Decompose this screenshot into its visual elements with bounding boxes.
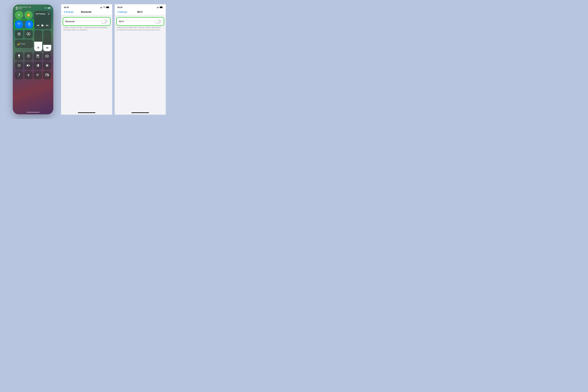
dark-mode-tile[interactable]	[34, 62, 42, 70]
bluetooth-toggle[interactable]	[101, 20, 108, 24]
wifi-home-bar	[132, 112, 149, 113]
bluetooth-screen-time: 10:15	[64, 6, 69, 8]
bluetooth-button[interactable]	[25, 20, 33, 28]
bluetooth-back-button[interactable]: Settings	[64, 11, 74, 13]
svg-rect-43	[106, 7, 109, 8]
timer-tile[interactable]	[24, 52, 33, 60]
sound-recognition-tile[interactable]	[34, 71, 42, 79]
volume-slider[interactable]	[43, 30, 51, 51]
focus-tile[interactable]: 🌙 Focus	[15, 40, 33, 48]
svg-rect-46	[158, 7, 158, 8]
bluetooth-icon	[28, 22, 30, 27]
wifi-back-chevron-icon	[117, 11, 119, 13]
cc-connectivity-group: ✈ 📶	[15, 11, 33, 29]
vpn-badge: VPN	[28, 6, 31, 8]
hearing-tile[interactable]	[15, 71, 23, 79]
focus-label: Focus	[21, 43, 25, 45]
shazam-tile[interactable]: S	[24, 71, 33, 79]
focus-icon: 🌙	[17, 42, 20, 45]
screens-container: vodafone UK 4G VPN O2-UK 91%	[0, 0, 178, 119]
camera-tile[interactable]	[43, 52, 51, 60]
cc-status-bar: vodafone UK 4G VPN O2-UK 91%	[15, 6, 51, 10]
svg-point-22	[37, 57, 37, 57]
battery-icon	[48, 7, 51, 9]
cc-top-buttons: ✈ 📶	[15, 11, 33, 19]
svg-rect-47	[158, 6, 159, 8]
flashlight-icon	[18, 54, 20, 58]
wifi-status-bar: 10:15	[115, 4, 166, 10]
battery-status-icon	[27, 64, 30, 67]
wifi-settings-screen: 10:15 Setting	[115, 4, 166, 114]
cc-status-left: vodafone UK 4G VPN O2-UK	[16, 6, 31, 10]
now-playing-header: Not Playing	[36, 12, 50, 15]
svg-rect-37	[48, 75, 48, 76]
svg-rect-2	[27, 33, 28, 35]
svg-rect-29	[27, 65, 28, 66]
svg-rect-39	[101, 7, 101, 8]
bluetooth-home-bar	[78, 112, 96, 113]
airplay-icon[interactable]	[47, 12, 50, 15]
svg-rect-41	[102, 6, 102, 8]
svg-rect-3	[28, 33, 30, 35]
svg-rect-40	[102, 7, 102, 8]
screen-record-tile[interactable]	[43, 62, 51, 70]
bluetooth-status-icons	[100, 6, 110, 8]
wifi-calling-button[interactable]: 📶	[24, 11, 33, 19]
wifi-toggle[interactable]	[155, 20, 162, 24]
alarm-tile[interactable]	[15, 62, 23, 70]
wifi-toggle-knob	[155, 20, 159, 23]
bluetooth-settings-screen: 10:15	[61, 4, 112, 114]
wallet-tile[interactable]	[43, 71, 51, 79]
calculator-tile[interactable]	[34, 52, 42, 60]
alarm-icon	[18, 64, 21, 68]
timer-icon	[27, 54, 30, 58]
svg-rect-44	[157, 8, 157, 8]
control-center-screen: vodafone UK 4G VPN O2-UK 91%	[13, 4, 53, 114]
camera-icon	[45, 55, 49, 58]
screen-rotation-tile[interactable]	[15, 30, 23, 38]
rewind-button[interactable]: ⏮	[37, 24, 40, 27]
svg-point-25	[46, 56, 48, 57]
screen-mirror-tile[interactable]	[24, 30, 33, 38]
svg-rect-28	[30, 65, 30, 66]
signal-icon-2	[157, 6, 159, 8]
wifi-toggle-row[interactable]: Wi-Fi	[117, 18, 164, 25]
bluetooth-description: AirDrop, AirPlay, Find My, Location Serv…	[61, 25, 112, 31]
bluetooth-home-indicator	[61, 111, 112, 114]
svg-point-33	[18, 76, 19, 76]
carrier1-row: vodafone UK 4G VPN	[16, 6, 31, 8]
sound-recognition-icon	[36, 74, 39, 77]
battery-percent: 91%	[45, 7, 47, 9]
wallet-icon	[45, 74, 49, 77]
forward-button[interactable]: ⏭	[46, 24, 48, 27]
battery-status-tile[interactable]	[24, 62, 33, 70]
grid-row-2	[15, 62, 51, 70]
wifi-icon	[17, 22, 21, 26]
screen-rotation-icon	[18, 32, 21, 36]
wifi-back-button[interactable]: Settings	[117, 11, 127, 13]
back-chevron-icon	[64, 11, 65, 13]
wifi-button[interactable]	[15, 20, 23, 28]
wifi-home-indicator	[115, 111, 166, 114]
bluetooth-toggle-row[interactable]: Bluetooth	[63, 18, 110, 25]
svg-line-11	[37, 47, 38, 47]
cc-status-right: 91%	[45, 7, 51, 9]
wifi-row-label: Wi-Fi	[119, 20, 124, 23]
home-bar	[26, 112, 40, 112]
airplane-icon: ✈	[18, 13, 20, 17]
airplane-mode-button[interactable]: ✈	[15, 11, 23, 19]
svg-point-24	[38, 57, 38, 57]
signal-bars-1	[16, 6, 18, 8]
now-playing-widget: Not Playing ⏮ ▶ ⏭	[34, 11, 51, 29]
flashlight-tile[interactable]	[15, 52, 23, 60]
svg-line-13	[39, 47, 39, 47]
cc-content: vodafone UK 4G VPN O2-UK 91%	[13, 4, 53, 114]
wifi-section: Wi-Fi	[117, 18, 164, 25]
svg-rect-38	[100, 8, 101, 8]
play-button[interactable]: ▶	[42, 24, 44, 27]
signal-bars-2	[16, 8, 18, 10]
svg-point-23	[38, 57, 38, 57]
wifi-calling-icon: 📶	[27, 14, 30, 16]
brightness-slider[interactable]	[34, 30, 42, 51]
carrier1-label: vodafone UK 4G	[18, 6, 28, 8]
